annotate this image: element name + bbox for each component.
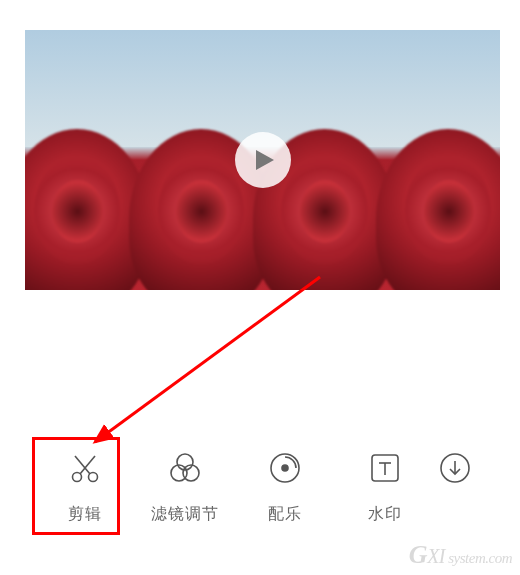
tool-music-label: 配乐	[268, 504, 302, 525]
tool-music[interactable]: 配乐	[235, 446, 335, 525]
tool-watermark-label: 水印	[368, 504, 402, 525]
callout-arrow	[85, 272, 325, 447]
tool-edit-label: 剪辑	[68, 504, 102, 525]
play-button[interactable]	[235, 132, 291, 188]
preview-sky	[25, 30, 500, 147]
tool-filter-label: 滤镜调节	[151, 504, 219, 525]
music-disc-icon	[267, 450, 303, 486]
tool-edit[interactable]: 剪辑	[35, 446, 135, 525]
svg-line-0	[95, 277, 320, 442]
svg-point-9	[282, 465, 288, 471]
tool-filter[interactable]: 滤镜调节	[135, 446, 235, 525]
tool-download[interactable]	[435, 446, 475, 504]
tool-watermark[interactable]: 水印	[335, 446, 435, 525]
filter-rings-icon	[167, 450, 203, 486]
text-icon	[368, 451, 402, 485]
video-preview[interactable]	[25, 30, 500, 290]
watermark-text: GXI system.com	[409, 540, 512, 570]
play-icon	[254, 148, 276, 172]
download-icon	[438, 451, 472, 485]
scissors-icon	[67, 450, 103, 486]
toolbar: 剪辑 滤镜调节 配乐 水印	[20, 446, 520, 525]
